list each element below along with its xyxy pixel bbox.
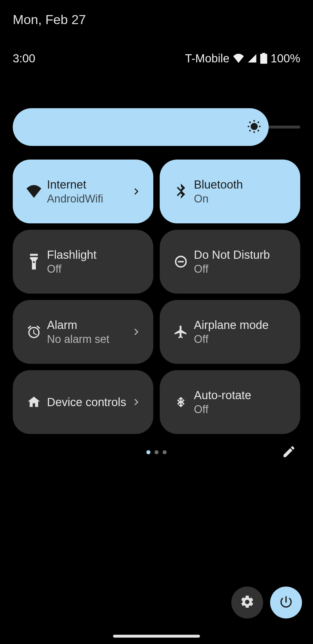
settings-button[interactable] (231, 587, 263, 618)
tile-auto-rotate[interactable]: Auto-rotateOff (160, 370, 300, 434)
flashlight-icon (21, 254, 47, 269)
chevron-right-icon (130, 328, 143, 336)
status-time: 3:00 (13, 52, 35, 65)
gesture-nav-bar[interactable] (113, 635, 200, 638)
status-bar: 3:00 T-Mobile 100% (13, 51, 300, 65)
battery-icon (260, 53, 267, 64)
alarm-icon (21, 324, 47, 339)
dnd-icon (168, 255, 194, 269)
pager-dot (146, 450, 150, 454)
chevron-right-icon (130, 398, 143, 406)
tile-texts: InternetAndroidWifi (47, 178, 130, 205)
quicksettings-tiles: InternetAndroidWifiBluetoothOnFlashlight… (13, 160, 300, 434)
auto-rotate-icon (168, 394, 194, 410)
power-icon (279, 594, 294, 611)
tile-title: Device controls (47, 395, 130, 409)
quicksettings-date[interactable]: Mon, Feb 27 (13, 12, 86, 27)
tile-subtitle: Off (194, 404, 290, 416)
tile-texts: Auto-rotateOff (194, 388, 290, 416)
tile-texts: Airplane modeOff (194, 318, 290, 345)
wifi-icon (233, 54, 244, 63)
bluetooth-icon (168, 184, 194, 199)
tile-subtitle: Off (47, 263, 143, 275)
tile-title: Bluetooth (194, 178, 290, 191)
pager-dot (163, 450, 167, 454)
status-carrier: T-Mobile (185, 52, 229, 65)
tile-title: Flashlight (47, 248, 143, 261)
tile-texts: Device controls (47, 395, 130, 409)
device-controls-icon (21, 395, 47, 409)
tile-subtitle: AndroidWifi (47, 193, 130, 205)
tile-subtitle: Off (194, 333, 290, 345)
cell-signal-icon (248, 54, 257, 63)
tile-subtitle: No alarm set (47, 333, 130, 345)
tile-title: Auto-rotate (194, 388, 290, 402)
airplane-icon (168, 324, 194, 339)
tile-flashlight[interactable]: FlashlightOff (13, 230, 153, 294)
pager-dot (154, 450, 159, 454)
quicksettings-footer-buttons (231, 587, 302, 618)
tile-title: Alarm (47, 318, 130, 332)
tile-alarm[interactable]: AlarmNo alarm set (13, 300, 153, 364)
tile-title: Airplane mode (194, 318, 290, 332)
tile-texts: FlashlightOff (47, 248, 143, 275)
gear-icon (240, 594, 255, 611)
power-button[interactable] (270, 587, 302, 618)
tile-texts: Do Not DisturbOff (194, 248, 290, 275)
tile-dnd[interactable]: Do Not DisturbOff (160, 230, 300, 294)
tile-device-controls[interactable]: Device controls (13, 370, 153, 434)
tile-subtitle: On (194, 193, 290, 205)
status-battery-pct: 100% (271, 52, 300, 65)
chevron-right-icon (130, 187, 143, 196)
tile-title: Internet (47, 178, 130, 191)
quicksettings-pager[interactable] (0, 450, 313, 454)
svg-point-0 (251, 124, 257, 129)
tile-title: Do Not Disturb (194, 248, 290, 261)
tile-internet[interactable]: InternetAndroidWifi (13, 160, 153, 223)
brightness-icon (246, 118, 262, 136)
tile-subtitle: Off (194, 263, 290, 275)
tile-bluetooth[interactable]: BluetoothOn (160, 160, 300, 223)
internet-icon (21, 185, 47, 198)
status-right: T-Mobile 100% (185, 52, 300, 65)
tile-texts: BluetoothOn (194, 178, 290, 205)
tile-texts: AlarmNo alarm set (47, 318, 130, 345)
tile-airplane[interactable]: Airplane modeOff (160, 300, 300, 364)
brightness-fill (13, 108, 269, 146)
edit-tiles-button[interactable] (282, 444, 296, 460)
brightness-slider[interactable] (13, 108, 300, 146)
